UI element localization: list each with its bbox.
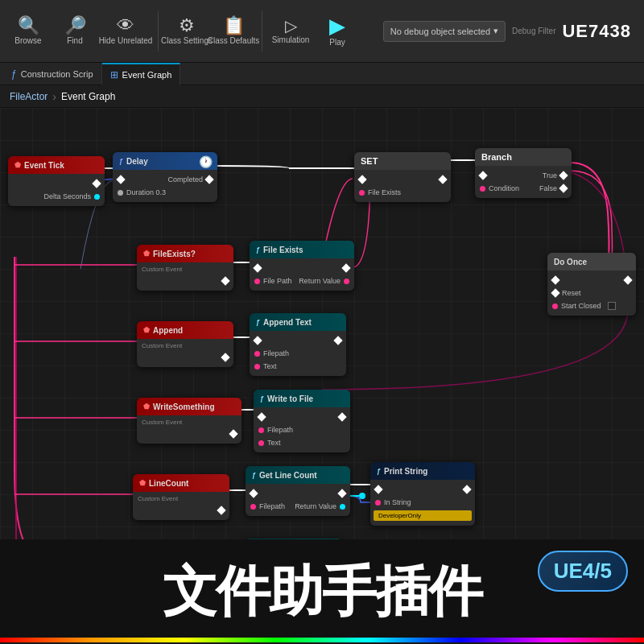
find-button[interactable]: 🔎 Find <box>53 14 97 48</box>
node-append-event[interactable]: ⬟ Append Custom Event <box>137 321 233 367</box>
delay-duration-pin <box>118 190 123 196</box>
node-linecount-event[interactable]: ⬟ LineCount Custom Event <box>133 474 229 520</box>
bottom-section: 文件助手插件 UE4/5 <box>0 539 644 642</box>
linecount-event-exec-pin <box>217 506 225 514</box>
graph-area[interactable]: ⬟ Event Tick Delta Seconds ƒ Delay Compl… <box>0 108 644 539</box>
node-get-line-count[interactable]: ƒ Get Line Count Filepath Return Value <box>246 466 350 516</box>
debug-filter-dropdown[interactable]: No debug object selected ▾ <box>383 21 506 42</box>
class-defaults-icon: 📋 <box>223 17 245 35</box>
tab-construction-script[interactable]: ƒ Construction Scrip <box>3 63 102 85</box>
getlinecount-exec-out <box>337 489 346 497</box>
set-exec-row <box>354 173 451 186</box>
browse-button[interactable]: 🔍 Browse <box>6 14 50 48</box>
branch-condition-row: Condition False <box>475 182 572 195</box>
separator-2 <box>262 11 262 52</box>
file-exists-event-body: Custom Event <box>137 262 233 291</box>
node-branch[interactable]: Branch True Condition False <box>475 148 572 198</box>
branch-header: Branch <box>475 148 572 166</box>
append-filepath-pin <box>254 351 260 357</box>
append-exec-in <box>253 336 262 345</box>
file-exists-func-header: ƒ File Exists <box>250 241 354 258</box>
breadcrumb: FileActor › Event Graph <box>0 85 644 108</box>
toolbar: 🔍 Browse 🔎 Find 👁 Hide Unrelated ⚙ Class… <box>0 0 644 63</box>
debug-filter-label: No debug object selected <box>390 27 490 36</box>
event-tick-delta-row: Delta Seconds <box>8 190 105 203</box>
node-file-exists-func[interactable]: ƒ File Exists File Path Return Value <box>250 241 354 291</box>
tab-event-graph[interactable]: ⊞ Event Graph <box>102 63 181 85</box>
hide-unrelated-icon: 👁 <box>117 17 134 35</box>
append-event-exec-row <box>137 351 233 364</box>
linecount-event-exec-row <box>133 504 229 517</box>
class-settings-label: Class Settings <box>161 36 213 45</box>
append-event-title: Append <box>153 326 183 335</box>
node-event-tick[interactable]: ⬟ Event Tick Delta Seconds <box>8 156 105 206</box>
breadcrumb-fileactor[interactable]: FileActor <box>10 91 47 102</box>
class-settings-icon: ⚙ <box>179 17 195 35</box>
find-icon: 🔎 <box>64 17 86 35</box>
append-event-subtitle: Custom Event <box>137 342 233 351</box>
delta-seconds-pin <box>94 194 100 200</box>
write-filepath-row: Filepath <box>254 423 350 436</box>
write-file-title: Write to File <box>267 394 313 403</box>
print-exec-in <box>374 485 382 493</box>
simulation-icon: ▷ <box>285 18 297 34</box>
getlinecount-body: Filepath Return Value <box>246 484 350 516</box>
do-once-body: Reset Start Closed <box>547 270 636 316</box>
delay-exec-in-pin <box>116 175 125 184</box>
play-label: Play <box>329 38 345 47</box>
simulation-button[interactable]: ▷ Simulation <box>269 14 312 47</box>
print-string-header: ƒ Print String <box>370 462 475 480</box>
write-filepath-pin <box>258 427 264 433</box>
simulation-label: Simulation <box>272 35 310 44</box>
do-once-checkbox[interactable] <box>608 302 616 310</box>
node-append-text[interactable]: ƒ Append Text Filepath Text <box>250 313 346 376</box>
do-once-startclosed-row: Start Closed <box>547 299 636 312</box>
node-print-string[interactable]: ƒ Print String In String DeveloperOnly <box>370 462 475 526</box>
write-text-pin <box>258 440 264 446</box>
class-defaults-label: Class Defaults <box>208 36 259 45</box>
node-write-file[interactable]: ƒ Write to File Filepath Text <box>254 390 350 452</box>
node-write-event[interactable]: ⬟ WriteSomething Custom Event <box>137 398 242 444</box>
class-settings-button[interactable]: ⚙ Class Settings <box>165 14 208 48</box>
getlinecount-filepath-row: Filepath Return Value <box>246 500 350 513</box>
print-string-body: In String DeveloperOnly <box>370 480 475 526</box>
delay-duration-row: Duration 0.3 <box>113 186 217 199</box>
debug-filter-text: Debug Filter <box>512 27 555 35</box>
set-file-exists-row: File Exists <box>354 186 451 199</box>
delay-body: Completed Duration 0.3 🕐 <box>113 170 217 202</box>
file-exists-exec-row <box>250 262 354 275</box>
file-exists-exec-out <box>341 263 350 272</box>
append-text-row: Text <box>250 360 346 373</box>
class-defaults-button[interactable]: 📋 Class Defaults <box>212 14 255 48</box>
write-file-body: Filepath Text <box>254 407 350 452</box>
set-title: SET <box>361 156 378 166</box>
hide-unrelated-button[interactable]: 👁 Hide Unrelated <box>100 14 151 48</box>
getlinecount-exec-in <box>249 489 258 497</box>
delay-clock-icon: 🕐 <box>199 155 213 168</box>
node-file-exists-event[interactable]: ⬟ FileExists? Custom Event <box>137 245 233 291</box>
set-body: File Exists <box>354 170 451 202</box>
getlinecount-title: Get Line Count <box>259 471 317 480</box>
event-tick-header: ⬟ Event Tick <box>8 156 105 174</box>
append-text-pin <box>254 364 260 369</box>
do-once-header: Do Once <box>547 253 636 270</box>
getlinecount-return-pin <box>340 504 345 510</box>
node-delay[interactable]: ƒ Delay Completed Duration 0.3 🕐 <box>113 152 217 202</box>
node-set[interactable]: SET File Exists <box>354 152 451 202</box>
play-button[interactable]: ▶ Play <box>316 12 359 50</box>
chevron-down-icon: ▾ <box>493 26 498 36</box>
browse-icon: 🔍 <box>18 17 39 35</box>
print-string-title: Print String <box>384 467 427 476</box>
append-event-header: ⬟ Append <box>137 321 233 339</box>
set-exec-in-pin <box>357 175 366 184</box>
write-text-row: Text <box>254 436 350 449</box>
set-header: SET <box>354 152 451 170</box>
delay-completed-pin <box>204 175 213 184</box>
getlinecount-exec-row <box>246 487 350 500</box>
node-do-once[interactable]: Do Once Reset Start Closed <box>547 253 636 316</box>
append-exec-out <box>333 336 342 345</box>
print-instring-pin <box>375 500 381 506</box>
do-once-title: Do Once <box>554 258 587 266</box>
linecount-event-title: LineCount <box>149 479 188 488</box>
write-event-exec-pin <box>229 429 237 438</box>
